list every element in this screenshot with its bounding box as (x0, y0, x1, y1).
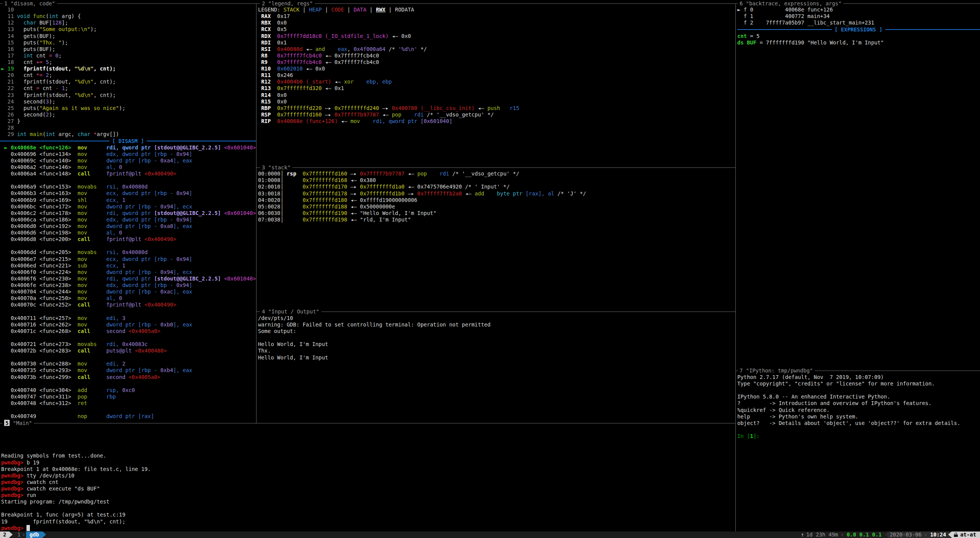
text-span: RCX (258, 26, 271, 32)
text-span (87, 157, 106, 164)
text-span: 0x40080d (122, 249, 148, 255)
text-span: 0xc0 (122, 387, 135, 393)
pane-border-line (256, 312, 735, 312)
text-span: ◂— 0x380 (347, 177, 376, 183)
terminal-line: R13 0x7fffffffd320 ◂— 0x1 (258, 85, 519, 92)
pane-input-output[interactable]: /dev/pts/10warning: GDB: Failed to set c… (258, 315, 490, 361)
text-span: 29 (1, 131, 14, 137)
text-span: 15 (1, 39, 14, 46)
terminal-line: pwndbg> tty /dev/pts/10 (1, 472, 151, 479)
text-span: arg) { (59, 13, 81, 19)
pane-title-text: "stack" (265, 164, 290, 170)
terminal-line: 04:0020│ 0x7fffffffd180 ◂— 0xffffd190000… (258, 197, 586, 203)
text-span: rdi, qword ptr (373, 118, 421, 124)
terminal-line: Python 2.7.17 (default, Nov 7 2019, 10:0… (737, 374, 960, 381)
text-span: mov (350, 118, 360, 124)
text-span: 0x7fffffffd190 (303, 210, 347, 216)
text-span (87, 400, 106, 406)
terminal-line: f 1 400772 main+34 (737, 13, 884, 20)
text-span (87, 367, 106, 373)
pane-stack[interactable]: 00:0000│ rsp 0x7fffffffd160 —▸ 0x7ffff7b… (258, 171, 586, 223)
text-span: —▸ (347, 171, 360, 177)
separator-icon: ‹ (838, 531, 847, 538)
session-badge[interactable]: 2 (0, 531, 9, 538)
text-span: 22 (1, 85, 14, 91)
terminal-line: 24 second(3); (1, 98, 125, 105)
pane-registers[interactable]: LEGEND: STACK | HEAP | CODE | DATA | RWX… (258, 7, 519, 125)
text-span: 04:0020│ (258, 197, 303, 203)
text-span (296, 171, 303, 177)
text-span: rdi, (106, 341, 122, 347)
text-span: RAX (258, 13, 271, 19)
text-span: ◂— 0x0 (389, 33, 411, 39)
text-span: | (344, 7, 354, 13)
text-span (87, 230, 106, 236)
text-span (87, 164, 106, 170)
text-span (221, 144, 224, 151)
text-span (87, 197, 106, 203)
text-span: <0x400490> (145, 171, 176, 177)
pane-ipython[interactable]: Python 2.7.17 (default, Nov 7 2019, 10:0… (737, 374, 960, 440)
text-span (87, 203, 106, 210)
text-span (87, 217, 106, 223)
text-span: 0x40070c <func+252> (1, 302, 77, 308)
window-tab-gdb[interactable]: gdb (26, 531, 43, 538)
terminal-line: RBP 0x7fffffffd220 —▸ 0x7fffffffd240 —▸ … (258, 105, 519, 112)
terminal-line: 0x4006ed <func+221> sub ecx, 1 (1, 262, 256, 269)
text-span: puts@plt (106, 348, 132, 354)
pane-main-gdb[interactable]: Reading symbols from test...done.pwndbg>… (1, 453, 151, 531)
text-span: /* 'J' */ (554, 190, 586, 197)
text-span: rbp (106, 394, 116, 400)
text-span: 25 (1, 105, 14, 111)
text-span: ecx, dword ptr [rbp - (106, 190, 176, 196)
pane-title-1: 1 "disasm, code" (2, 0, 57, 7)
terminal-line: 0x400696 <func+134> mov edx, dword ptr [… (1, 151, 256, 157)
text-span: 0 (55, 52, 58, 59)
text-span: 0x4006ca <func+186> (1, 217, 77, 223)
terminal-line (1, 381, 256, 387)
text-span: rdi, qword ptr (106, 210, 154, 216)
terminal-line (1, 177, 256, 184)
text-span: 0x94 (176, 217, 189, 223)
text-span: | (366, 7, 376, 13)
text-span: edx, dword ptr [rbp - (106, 217, 176, 223)
expressions-section-label: [ EXPRESSIONS ] (832, 26, 885, 33)
text-span: mov (77, 361, 87, 367)
text-span (87, 282, 106, 288)
text-span: 0x4006d6 <func+198> (1, 230, 77, 236)
terminal-line: 0x4006fe <func+238> mov edx, dword ptr [… (1, 282, 256, 289)
terminal-line: 20 cnt *= 2; (1, 72, 125, 79)
text-span: R8 (258, 52, 268, 59)
text-span: ◂— (303, 46, 315, 52)
text-span: 0x94 (160, 269, 173, 275)
text-span: 0x7ffff7b97787 (334, 112, 379, 118)
terminal-line: 00:0000│ rsp 0x7fffffffd160 —▸ 0x7ffff7b… (258, 171, 586, 177)
pane-title-text: "legend, regs" (265, 0, 313, 6)
text-span: b 19 (26, 459, 39, 466)
terminal-line: 26 second(2); (1, 112, 125, 118)
terminal-line: 12 char BUF[128]; (1, 20, 125, 26)
text-span: 0x400748 <func+312> (1, 400, 77, 406)
text-span: ); (119, 105, 125, 111)
text-span: RSI (258, 46, 271, 52)
text-span (97, 341, 106, 347)
text-span (484, 190, 497, 197)
text-span: ], eax (173, 157, 192, 164)
window-index[interactable]: 1 (13, 531, 22, 538)
text-span (87, 394, 106, 400)
text-span: —▸ (322, 105, 334, 111)
pane-source-code[interactable]: 10 11 void func(int arg) { 12 char BUF[1… (1, 7, 125, 138)
terminal-line (1, 243, 256, 249)
pane-disassembly[interactable]: ► 0x40068e <func+126> mov rdi, qword ptr… (1, 144, 256, 420)
text-span: ◂— (331, 79, 344, 85)
pane-border-line (256, 167, 735, 168)
text-span: 0x1 (271, 39, 287, 46)
pane-title-4: 4 "Input / Output" (260, 308, 321, 315)
text-span: RSP (258, 112, 271, 118)
text-span: pop (392, 112, 401, 118)
text-span: 0x40068e (func+126) (277, 118, 338, 124)
text-span: 3 (46, 98, 49, 105)
terminal-line: ► f 0 40068e func+126 (737, 7, 884, 13)
terminal-line: 0x4006f6 <func+230> mov rdi, qword ptr [… (1, 276, 256, 282)
pane-title-text: "disasm, code" (7, 0, 55, 6)
